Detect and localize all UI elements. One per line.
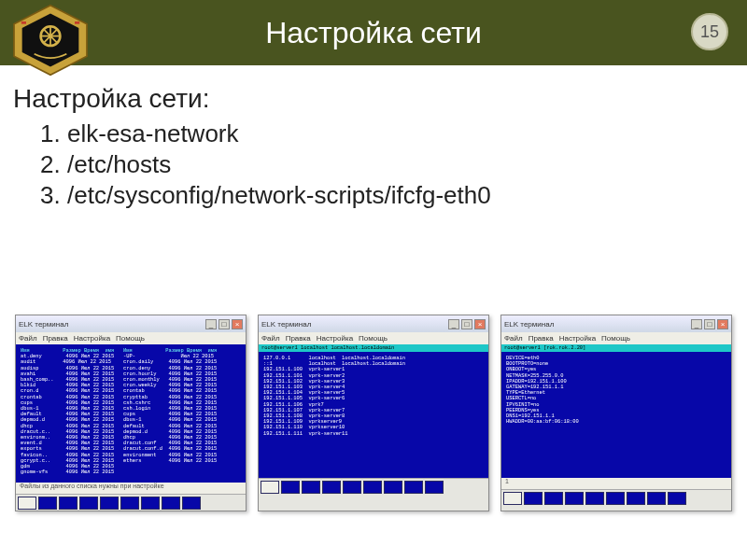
- maximize-button[interactable]: □: [218, 319, 230, 329]
- taskbar-item[interactable]: [79, 497, 98, 510]
- taskbar-item[interactable]: [343, 481, 361, 494]
- window-title: ELK терминал: [504, 320, 554, 329]
- taskbar-item[interactable]: [59, 497, 78, 510]
- minimize-button[interactable]: _: [448, 319, 459, 329]
- taskbar-item[interactable]: [503, 492, 522, 505]
- terminal-window-1: ELK терминал _ □ × Файл Правка Настройка…: [15, 315, 247, 511]
- terminal-window-3: ELK терминал _ □ × Файл Правка Настройка…: [500, 315, 732, 511]
- menu-help[interactable]: Помощь: [601, 334, 630, 343]
- window-statusbar: Файлы из данного списка нужны при настро…: [16, 483, 246, 494]
- window-titlebar: ELK терминал _ □ ×: [16, 315, 246, 332]
- list-item: /etc/sysconfig/network-scripts/ifcfg-eth…: [67, 181, 725, 210]
- taskbar-item[interactable]: [120, 497, 139, 510]
- taskbar: [501, 489, 731, 506]
- taskbar-item[interactable]: [668, 492, 686, 505]
- maximize-button[interactable]: □: [461, 319, 472, 329]
- menu-settings[interactable]: Настройка: [317, 334, 353, 343]
- window-menubar: Файл Правка Настройка Помощь: [16, 332, 246, 344]
- menu-edit[interactable]: Правка: [286, 334, 311, 343]
- terminal-content: 127.0.0.1 localhost localhost.localdomai…: [259, 352, 488, 478]
- taskbar-item[interactable]: [363, 481, 382, 494]
- taskbar-item[interactable]: [281, 481, 300, 494]
- window-title: ELK терминал: [261, 320, 311, 329]
- menu-file[interactable]: Файл: [504, 334, 523, 343]
- menu-edit[interactable]: Правка: [529, 334, 554, 343]
- menu-edit[interactable]: Правка: [43, 334, 68, 343]
- taskbar: [259, 478, 488, 495]
- minimize-button[interactable]: _: [691, 319, 702, 329]
- close-button[interactable]: ×: [474, 319, 486, 329]
- taskbar-item[interactable]: [647, 492, 666, 505]
- taskbar-item[interactable]: [141, 497, 160, 510]
- terminal-header-row: root@server1 [rok.rok.2.20]: [501, 344, 731, 352]
- taskbar-item[interactable]: [544, 492, 563, 505]
- taskbar-item[interactable]: [182, 497, 201, 510]
- slide-header: Настройка сети 15: [0, 0, 747, 65]
- menu-file[interactable]: Файл: [19, 334, 37, 343]
- menu-help[interactable]: Помощь: [116, 334, 145, 343]
- taskbar-item[interactable]: [524, 492, 543, 505]
- window-titlebar: ELK терминал _ □ ×: [501, 315, 731, 332]
- terminal-content: DEVICE=eth0 BOOTPROTO=none ONBOOT=yes NE…: [501, 352, 731, 478]
- terminal-header-row: root@server1 localhost localhost.localdo…: [259, 344, 488, 352]
- taskbar-item[interactable]: [606, 492, 625, 505]
- section-subtitle: Настройка сети:: [13, 84, 725, 114]
- screenshots-row: ELK терминал _ □ × Файл Правка Настройка…: [0, 315, 747, 511]
- terminal-content: Имя Размер Время имя Имя Размер Время им…: [16, 344, 246, 483]
- taskbar-item[interactable]: [322, 481, 341, 494]
- taskbar-item[interactable]: [585, 492, 604, 505]
- menu-file[interactable]: Файл: [261, 334, 280, 343]
- minimize-button[interactable]: _: [205, 319, 217, 329]
- taskbar-item[interactable]: [384, 481, 402, 494]
- menu-settings[interactable]: Настройка: [74, 334, 110, 343]
- taskbar-item[interactable]: [627, 492, 645, 505]
- page-number-badge: 15: [691, 13, 728, 50]
- page-number: 15: [700, 22, 719, 42]
- window-menubar: Файл Правка Настройка Помощь: [501, 332, 731, 344]
- list-item: /etc/hosts: [67, 150, 725, 179]
- taskbar-item[interactable]: [302, 481, 320, 494]
- slide-body: Настройка сети: elk-esa-network /etc/hos…: [0, 65, 747, 210]
- slide-title: Настройка сети: [0, 16, 747, 50]
- svg-rect-3: [21, 21, 26, 24]
- maximize-button[interactable]: □: [704, 319, 715, 329]
- window-title: ELK терминал: [19, 320, 68, 329]
- terminal-window-2: ELK терминал _ □ × Файл Правка Настройка…: [258, 315, 489, 511]
- taskbar-item[interactable]: [38, 497, 57, 510]
- menu-settings[interactable]: Настройка: [559, 334, 596, 343]
- window-menubar: Файл Правка Настройка Помощь: [259, 332, 488, 344]
- military-emblem-icon: [9, 4, 92, 77]
- window-statusbar: 1: [501, 478, 731, 489]
- taskbar-item[interactable]: [261, 481, 279, 494]
- svg-rect-4: [75, 21, 79, 24]
- taskbar-item[interactable]: [18, 497, 36, 510]
- list-item: elk-esa-network: [67, 119, 725, 148]
- taskbar-item[interactable]: [565, 492, 584, 505]
- menu-help[interactable]: Помощь: [359, 334, 388, 343]
- taskbar-item[interactable]: [162, 497, 180, 510]
- taskbar-item[interactable]: [404, 481, 423, 494]
- window-titlebar: ELK терминал _ □ ×: [259, 315, 488, 332]
- taskbar: [16, 494, 246, 511]
- close-button[interactable]: ×: [232, 319, 243, 329]
- taskbar-item[interactable]: [425, 481, 444, 494]
- config-steps-list: elk-esa-network /etc/hosts /etc/sysconfi…: [67, 119, 725, 210]
- close-button[interactable]: ×: [717, 319, 728, 329]
- taskbar-item[interactable]: [100, 497, 119, 510]
